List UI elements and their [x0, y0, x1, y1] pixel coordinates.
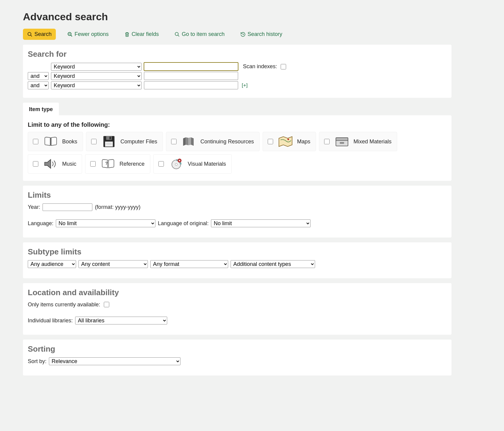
itemtype-continuing-resources[interactable]: Continuing Resources: [166, 132, 260, 151]
itemtype-mixed-materials[interactable]: Mixed Materials: [319, 132, 397, 151]
fewer-options-button[interactable]: Fewer options: [63, 29, 113, 40]
itemtype-cf-label: Computer Files: [120, 139, 157, 145]
itemtype-books[interactable]: Books: [28, 132, 83, 151]
itemtype-visual-materials[interactable]: Visual Materials: [153, 154, 232, 174]
year-help: (format: yyyy-yyyy): [95, 204, 140, 210]
svg-rect-13: [105, 142, 113, 147]
clear-fields-button[interactable]: Clear fields: [120, 29, 163, 40]
tab-item-type[interactable]: Item type: [23, 103, 59, 116]
search-for-heading: Search for: [28, 49, 447, 59]
field-select-1[interactable]: Keyword: [51, 63, 142, 71]
reference-book-icon: ?: [100, 158, 116, 170]
item-type-heading: Limit to any of the following:: [28, 121, 447, 128]
svg-rect-12: [110, 137, 111, 139]
newspaper-stack-icon: [181, 135, 197, 148]
search-term-input-3[interactable]: [144, 81, 238, 89]
trash-icon: [124, 32, 130, 37]
field-select-2[interactable]: Keyword: [51, 72, 142, 80]
individual-libraries-select[interactable]: All libraries: [75, 317, 167, 324]
itemtype-maps-label: Maps: [297, 139, 310, 145]
sort-by-select[interactable]: Relevance: [49, 357, 180, 365]
scan-indexes-checkbox[interactable]: [281, 64, 286, 69]
bool-select-2[interactable]: and: [28, 72, 49, 80]
sort-by-label: Sort by:: [28, 358, 46, 365]
svg-line-8: [178, 35, 179, 37]
year-label: Year:: [28, 204, 40, 210]
itemtype-books-checkbox[interactable]: [33, 139, 38, 144]
itemtype-reference[interactable]: ? Reference: [85, 154, 150, 174]
itemtype-music[interactable]: Music: [28, 154, 82, 174]
goto-item-search-button[interactable]: Go to item search: [170, 29, 229, 40]
search-row-1: Keyword Scan indexes:: [28, 62, 447, 71]
add-search-row-link[interactable]: [+]: [242, 82, 247, 88]
itemtype-maps[interactable]: Maps: [263, 132, 316, 151]
item-type-tabbar: Item type: [23, 103, 451, 115]
itemtype-mixed-label: Mixed Materials: [353, 139, 391, 145]
clear-fields-label: Clear fields: [132, 31, 159, 37]
item-type-panel: Limit to any of the following: Books Com…: [23, 115, 451, 181]
sorting-panel: Sorting Sort by: Relevance: [23, 340, 451, 375]
limits-heading: Limits: [28, 190, 447, 200]
field-select-3[interactable]: Keyword: [51, 81, 142, 89]
available-only-label: Only items currently available:: [28, 302, 100, 308]
svg-rect-18: [336, 138, 348, 140]
search-row-2: and Keyword: [28, 72, 447, 80]
itemtype-cr-checkbox[interactable]: [171, 139, 177, 144]
audience-select[interactable]: Any audience: [28, 260, 76, 268]
language-label: Language:: [28, 220, 53, 227]
search-icon: [27, 32, 33, 37]
itemtype-ref-checkbox[interactable]: [90, 161, 96, 167]
itemtype-music-label: Music: [62, 161, 76, 167]
itemtype-ref-label: Reference: [120, 161, 145, 167]
itemtype-vm-label: Visual Materials: [188, 161, 226, 167]
limits-panel: Limits Year: (format: yyyy-yyyy) Languag…: [23, 186, 451, 238]
language-original-label: Language of original:: [158, 220, 209, 227]
format-select[interactable]: Any format: [150, 260, 228, 268]
search-history-button[interactable]: Search history: [236, 29, 286, 40]
search-history-label: Search history: [247, 31, 282, 37]
svg-rect-19: [340, 142, 344, 144]
language-original-select[interactable]: No limit: [211, 219, 311, 227]
itemtype-cr-label: Continuing Resources: [200, 139, 254, 145]
scan-indexes-label: Scan indexes:: [243, 63, 277, 70]
page-title: Advanced search: [23, 11, 451, 23]
language-select[interactable]: No limit: [56, 219, 155, 227]
history-icon: [240, 32, 246, 37]
archive-box-icon: [334, 135, 350, 148]
itemtype-cf-checkbox[interactable]: [91, 139, 97, 144]
search-button-label: Search: [34, 31, 52, 37]
map-icon: [278, 135, 293, 148]
bool-select-3[interactable]: and: [28, 81, 49, 89]
speaker-icon: [43, 158, 59, 170]
sorting-heading: Sorting: [28, 344, 447, 354]
floppy-icon: [101, 135, 117, 148]
subtype-heading: Subtype limits: [28, 247, 447, 257]
search-term-input-1[interactable]: [144, 62, 238, 71]
year-input[interactable]: [43, 203, 92, 211]
itemtype-vm-checkbox[interactable]: [158, 161, 164, 167]
svg-point-22: [175, 163, 177, 165]
itemtype-books-label: Books: [62, 139, 77, 145]
search-term-input-2[interactable]: [144, 72, 238, 80]
book-icon: [43, 135, 59, 148]
itemtype-mixed-checkbox[interactable]: [324, 139, 330, 144]
individual-libraries-label: Individual libraries:: [28, 318, 73, 324]
additional-content-select[interactable]: Additional content types: [231, 260, 315, 268]
search-icon: [174, 32, 180, 37]
search-for-panel: Search for Keyword Scan indexes: and Key…: [23, 45, 451, 98]
svg-point-0: [28, 32, 31, 36]
itemtype-computer-files[interactable]: Computer Files: [86, 132, 163, 151]
subtype-limits-panel: Subtype limits Any audience Any content …: [23, 242, 451, 278]
search-button[interactable]: Search: [23, 29, 56, 40]
svg-line-3: [71, 35, 72, 37]
content-select[interactable]: Any content: [78, 260, 148, 268]
itemtype-music-checkbox[interactable]: [33, 161, 38, 167]
svg-line-1: [30, 35, 32, 37]
location-availability-panel: Location and availability Only items cur…: [23, 283, 451, 335]
svg-point-16: [288, 139, 289, 140]
goto-item-search-label: Go to item search: [182, 31, 225, 37]
available-only-checkbox[interactable]: [104, 302, 109, 307]
toolbar: Search Fewer options Clear fields Go to …: [23, 29, 451, 40]
itemtype-maps-checkbox[interactable]: [268, 139, 273, 144]
disc-icon: [168, 158, 184, 170]
